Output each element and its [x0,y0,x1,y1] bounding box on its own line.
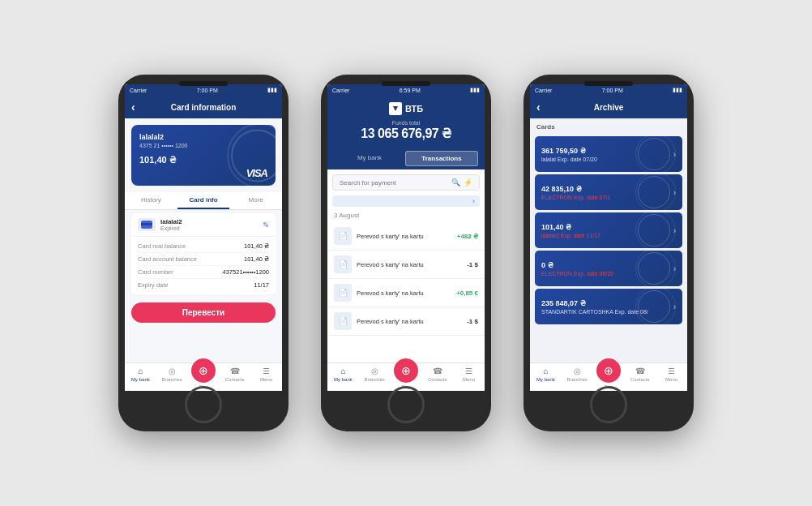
filter-icon[interactable]: ⚡ [464,178,472,187]
arch-name-4: STANDARTIK CARTOSHKA Exp. date 08/ [541,309,648,315]
edit-icon[interactable]: ✎ [263,221,269,229]
phone-1-screen: Carrier 7:00 PM ▮▮▮ ‹ Card information l… [125,84,282,381]
nav-pay-2[interactable]: ⊕ Pay [391,367,422,389]
archive-card-0[interactable]: 361 759,50 ₴ lalalal Exp. date 07/20 › [535,136,682,172]
tx-amount-3: -1 $ [467,318,478,325]
nav-branches-label-2: Branches [365,377,385,382]
nav-pay-1[interactable]: ⊕ Pay [188,367,220,389]
nav-mybank-1[interactable]: ⌂ My bank [125,367,156,389]
transaction-0[interactable]: 📄 Perevod s karty' na kartu +482 ₴ [327,222,485,251]
back-button-1[interactable]: ‹ [131,101,135,114]
carrier-1: Carrier [130,88,147,93]
info-row-3: Expiry date 11/17 [138,279,269,291]
nav-mybank-label-3: My bank [536,377,555,382]
nav-branches-1[interactable]: ◎ Branches [156,367,188,389]
toggle-row: My bank Transactions [327,148,485,169]
phone-3-screen: Carrier 7:00 PM ▮▮▮ ‹ Archive Cards 361 … [530,84,687,381]
location-icon-2: ◎ [371,367,378,375]
tab-more[interactable]: More [229,192,282,209]
pay-icon-1: ⊕ [199,364,208,377]
card-owner-status: Expired [160,225,263,231]
nav-mybank-2[interactable]: ⌂ My bank [327,367,359,389]
status-bar-3: Carrier 7:00 PM ▮▮▮ [530,84,687,96]
nav-contacts-2[interactable]: ☎ Contacts [421,367,453,389]
archive-card-3[interactable]: 0 ₴ ELECTRON Exp. date 06/20 › [535,251,682,286]
transfer-button[interactable]: Перевести [131,302,276,323]
pay-button-3[interactable]: ⊕ [596,358,621,383]
tx-icon-2: 📄 [334,284,352,302]
pay-icon-2: ⊕ [401,364,411,377]
nav-pay-3[interactable]: ⊕ Pay [593,367,625,389]
nav-contacts-label-2: Contacts [428,377,447,382]
tx-amount-0: +482 ₴ [457,233,478,240]
card-visual-1: lalalal2 4375 21 •••••• 1200 101,40 ₴ VI… [131,125,276,186]
arch-amount-4: 235 848,07 ₴ [541,299,648,307]
nav-menu-2[interactable]: ☰ Menu [453,367,485,389]
header-3: ‹ Archive [530,96,687,118]
arch-name-1: ELECTRON Exp. date 07/1 [541,195,610,200]
tx-desc-1: Perevod s karty' na kartu [357,261,467,268]
arch-chevron-1: › [673,188,676,197]
vtb-logo-icon [389,102,402,115]
archive-card-4[interactable]: 235 848,07 ₴ STANDARTIK CARTOSHKA Exp. d… [535,289,682,324]
tab-transactions-2[interactable]: Transactions [405,151,478,166]
menu-icon-2: ☰ [465,367,472,375]
time-1: 7:00 PM [197,88,218,93]
nav-mybank-3[interactable]: ⌂ My bank [530,367,562,389]
search-input[interactable] [340,179,451,187]
arch-amount-3: 0 ₴ [541,261,613,269]
tx-desc-0: Perevod s karty' na kartu [357,233,457,240]
pay-button-1[interactable]: ⊕ [191,358,216,383]
arch-bg2-4 [635,289,676,324]
archive-card-2[interactable]: 101,40 ₴ lalalal2 Exp. date 11/17 › [535,212,682,248]
nav-branches-3[interactable]: ◎ Branches [562,367,593,389]
nav-pay-label-2: Pay [402,384,410,389]
card-owner-row: lalalal2 Expired ✎ [131,213,276,237]
arch-name-0: lalalal Exp. date 07/20 [541,157,597,162]
contacts-icon-3: ☎ [635,367,645,375]
info-label-0: Card real balance [138,242,186,250]
info-value-3: 11/17 [254,281,269,289]
funds-amount: 13 065 676,97 ₴ [361,126,451,141]
arch-card-info-1: 42 835,10 ₴ ELECTRON Exp. date 07/1 [541,185,610,200]
archive-card-1[interactable]: 42 835,10 ₴ ELECTRON Exp. date 07/1 › [535,174,682,210]
tx-amount-2: +0,85 € [456,289,478,297]
nav-pay-label-1: Pay [199,384,207,389]
arch-bg2-3 [635,251,676,286]
nav-pay-label-3: Pay [605,384,613,389]
search-icon: 🔍 [451,178,460,187]
nav-contacts-3[interactable]: ☎ Contacts [624,367,656,389]
vtb-header: ВТБ Funds total 13 065 676,97 ₴ [327,96,485,148]
transaction-1[interactable]: 📄 Perevod s karty' na kartu -1 $ [327,251,485,279]
battery-2: ▮▮▮ [470,87,480,93]
nav-contacts-1[interactable]: ☎ Contacts [219,367,250,389]
status-bar-1: Carrier 7:00 PM ▮▮▮ [125,84,282,96]
tx-icon-1: 📄 [334,255,352,273]
nav-branches-2[interactable]: ◎ Branches [359,367,391,389]
back-button-3[interactable]: ‹ [536,101,541,114]
card-tabs: History Card info More [125,192,282,210]
tab-history[interactable]: History [125,192,177,209]
pay-icon-3: ⊕ [604,364,613,377]
info-row-0: Card real balance 101,40 ₴ [138,240,269,253]
pay-button-2[interactable]: ⊕ [394,358,418,383]
time-2: 6:59 PM [400,88,421,93]
nav-menu-1[interactable]: ☰ Menu [250,367,282,389]
transaction-3[interactable]: 📄 Perevod s karty' na kartu -1 $ [327,307,485,336]
transaction-2[interactable]: 📄 Perevod s karty' na kartu +0,85 € [327,279,485,307]
phone-1: Carrier 7:00 PM ▮▮▮ ‹ Card information l… [118,75,288,431]
tab-mybank-2[interactable]: My bank [334,151,405,166]
info-value-1: 101,40 ₴ [244,255,269,263]
arch-chevron-4: › [673,302,676,311]
tx-amount-1: -1 $ [467,261,478,268]
arch-card-info-2: 101,40 ₴ lalalal2 Exp. date 11/17 [541,223,600,238]
battery-1: ▮▮▮ [267,87,277,93]
archive-section-label: Cards [535,122,682,134]
funds-label: Funds total [392,120,421,126]
bottom-nav-3: ⌂ My bank ◎ Branches ⊕ Pay ☎ Contacts ☰ … [530,362,687,391]
card-owner-info: lalalal2 Expired [160,218,263,231]
menu-icon-3: ☰ [668,367,675,375]
tab-card-info[interactable]: Card info [177,192,230,209]
nav-menu-3[interactable]: ☰ Menu [656,367,687,389]
arch-bg2-2 [635,212,676,248]
